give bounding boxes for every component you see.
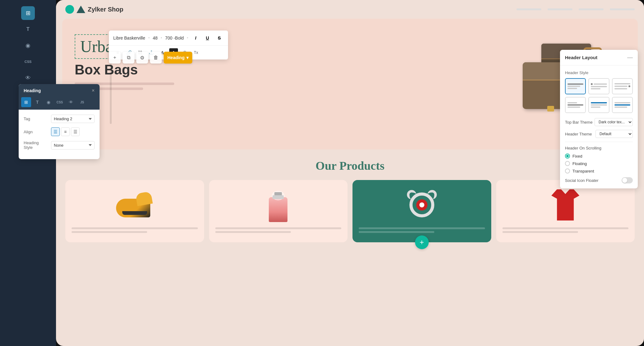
sidebar-icon-eye[interactable]: 👁 <box>21 71 35 85</box>
product-lines-shirt <box>502 227 629 235</box>
italic-button[interactable]: I <box>191 34 200 42</box>
layout-option-5[interactable] <box>588 97 609 113</box>
panel-close-button[interactable]: × <box>92 88 95 93</box>
lo-line <box>567 107 580 108</box>
radio-fixed-label: Fixed <box>572 154 582 159</box>
panel-tab-eye[interactable]: 👁 <box>66 97 76 107</box>
lo-line <box>591 86 607 87</box>
logo-circle-icon <box>65 5 74 14</box>
hero-main-title[interactable]: Box Bags <box>75 62 174 78</box>
panel-row-tag: Tag Heading 1 Heading 2 Heading 3 Headin… <box>24 115 95 123</box>
radio-transparent-label: Transparent <box>572 169 594 173</box>
panel-row-align: Align ☰ ≡ ☰ <box>24 127 95 136</box>
header-layout-panel: Header Layout — Header Style <box>560 50 638 188</box>
heading-style-label: Heading Style <box>24 140 49 150</box>
scroll-handle[interactable] <box>110 62 112 124</box>
product-image-headphones <box>403 186 441 224</box>
layout-option-1[interactable] <box>565 78 586 94</box>
product-line-3 <box>215 227 342 229</box>
products-grid: + <box>62 180 638 242</box>
top-bar-theme-label: Top Bar Theme <box>565 120 593 125</box>
toolbar-font-family[interactable]: Libre Baskerville <box>113 36 145 40</box>
radio-fixed[interactable]: Fixed <box>565 154 633 159</box>
scrolling-radio-group: Fixed Floating Transparent <box>565 154 633 173</box>
lo-line <box>614 83 630 84</box>
product-card-shirt[interactable] <box>496 180 635 242</box>
toolbar-font-size[interactable]: 48 <box>153 36 158 40</box>
element-settings-button[interactable]: ⚙ <box>136 52 148 64</box>
product-line-5 <box>359 227 485 229</box>
toolbar-sep-2: • <box>161 36 162 40</box>
align-right-button[interactable]: ☰ <box>71 127 80 136</box>
panel-title: Heading <box>24 88 41 93</box>
panel-tab-js[interactable]: JS <box>77 97 87 107</box>
layout-option-6[interactable] <box>612 97 633 113</box>
sidebar-icon-settings[interactable]: ◉ <box>21 39 35 52</box>
topbar-line-1 <box>516 8 541 10</box>
panel-body: Tag Heading 1 Heading 2 Heading 3 Headin… <box>19 110 100 159</box>
social-icon-floater-row: Social Icon Floater <box>565 177 633 183</box>
align-center-button[interactable]: ≡ <box>61 127 70 136</box>
products-section: Our Products <box>56 149 644 252</box>
duplicate-button[interactable]: ⧉ <box>123 52 134 64</box>
brand-name: Zylker Shop <box>88 6 123 13</box>
sidebar-icon-css[interactable]: CSS <box>21 55 35 69</box>
lo-rect <box>614 86 628 87</box>
product-card-perfume[interactable] <box>209 180 348 242</box>
social-icon-floater-label: Social Icon Floater <box>565 178 599 183</box>
panel-tab-layout[interactable]: ⊞ <box>21 97 31 107</box>
heading-label: Heading <box>167 55 184 60</box>
radio-floating[interactable]: Floating <box>565 161 633 166</box>
heading-style-select[interactable]: None Style 1 Style 2 <box>51 141 95 149</box>
strikethrough-button[interactable]: S <box>215 34 224 42</box>
radio-floating-circle <box>565 161 570 166</box>
header-panel-title: Header Layout <box>565 55 597 60</box>
lo-line <box>591 107 600 108</box>
product-line-2 <box>72 231 147 233</box>
lo-line <box>614 102 630 103</box>
heading-dropdown-arrow: ▾ <box>186 55 189 60</box>
toolbar-sep-1: • <box>148 36 150 40</box>
layout-option-3[interactable] <box>612 78 633 94</box>
layout-option-2[interactable] <box>588 78 609 94</box>
panel-tab-settings[interactable]: ◉ <box>44 97 54 107</box>
topbar-line-3 <box>579 8 604 10</box>
heading-panel: Heading × ⊞ T ◉ CSS 👁 JS Tag Heading 1 H… <box>19 84 100 159</box>
tag-label: Tag <box>24 116 49 121</box>
product-image-shoe <box>116 186 153 224</box>
lo-dot <box>591 83 593 85</box>
product-card-headphones[interactable]: + <box>352 180 491 242</box>
header-panel-close-button[interactable]: — <box>627 54 633 61</box>
header-theme-select[interactable]: Default Dark Light <box>595 130 633 138</box>
layout-option-4[interactable] <box>565 97 586 113</box>
product-add-button[interactable]: + <box>415 235 429 249</box>
delete-button[interactable]: 🗑 <box>150 52 162 64</box>
top-bar-theme-select[interactable]: Dark color tex... Light <box>595 118 633 126</box>
toolbar-font-weight[interactable]: 700 -Bold <box>165 36 184 40</box>
sidebar-icon-text[interactable]: T <box>21 22 35 36</box>
align-left-button[interactable]: ☰ <box>51 127 60 136</box>
lo-line <box>567 102 577 103</box>
lo-line <box>567 88 577 89</box>
product-lines-perfume <box>215 227 342 235</box>
heading-type-button[interactable]: Heading ▾ <box>164 52 192 64</box>
underline-button[interactable]: U <box>203 34 212 42</box>
clear-format-button[interactable]: Tx <box>192 48 200 57</box>
lo-line <box>567 86 580 87</box>
panel-tab-text[interactable]: T <box>32 97 42 107</box>
radio-transparent[interactable]: Transparent <box>565 168 633 173</box>
tag-select[interactable]: Heading 1 Heading 2 Heading 3 Heading 4 <box>51 115 95 123</box>
add-element-button[interactable]: + <box>109 52 121 64</box>
radio-fixed-circle <box>565 154 570 159</box>
sidebar-icon-layout[interactable]: ⊞ <box>21 6 35 20</box>
header-panel-header: Header Layout — <box>560 50 638 65</box>
product-card-shoe[interactable] <box>65 180 204 242</box>
product-line-6 <box>359 231 434 233</box>
social-icon-floater-toggle[interactable] <box>622 177 633 183</box>
lo-line <box>591 104 607 106</box>
panel-tabs: ⊞ T ◉ CSS 👁 JS <box>19 97 100 110</box>
product-line-4 <box>215 231 291 233</box>
lo-dot <box>628 85 630 87</box>
panel-tab-css[interactable]: CSS <box>55 97 65 107</box>
lo-line <box>567 83 583 85</box>
